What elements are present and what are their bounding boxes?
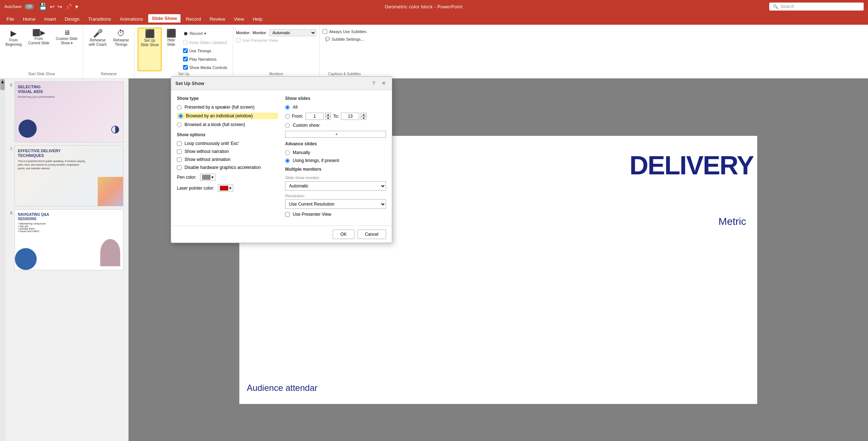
autosave-toggle[interactable]: Off — [25, 4, 34, 9]
radio-kiosk[interactable]: Browsed at a kiosk (full screen) — [177, 122, 278, 127]
disable-hardware-checkbox[interactable] — [177, 165, 182, 170]
ribbon: ▶ FromBeginning ⬛▶ FromCurrent Slide 🖥 C… — [0, 25, 868, 78]
radio-timings[interactable]: Using timings, if present — [285, 158, 386, 163]
menu-design[interactable]: Design — [61, 15, 83, 23]
menu-file[interactable]: File — [3, 15, 18, 23]
custom-show-dropdown[interactable]: ▾ — [285, 131, 386, 138]
radio-individual-input[interactable] — [178, 114, 183, 118]
from-beginning-label: FromBeginning — [5, 38, 21, 47]
record-button[interactable]: ⏺ Record ▾ — [181, 29, 230, 38]
show-media-controls-button[interactable]: Show Media Controls — [181, 64, 230, 71]
save-icon[interactable]: 💾 — [39, 3, 47, 11]
always-subtitles-checkbox[interactable] — [323, 29, 327, 34]
slide-item-6[interactable]: 6 SELECTINGVISUAL AIDS Enhancing your pr… — [7, 81, 127, 142]
rehearse-coach-button[interactable]: 🎤 Rehearsewith Coach — [86, 28, 109, 49]
slide-item-7[interactable]: 7 EFFECTIVE DELIVERYTECHNIQUES This is a… — [7, 145, 127, 206]
canvas-audience-text: Audience attendar — [247, 383, 317, 393]
no-narration-option[interactable]: Show without narration — [177, 149, 278, 154]
radio-kiosk-label: Browsed at a kiosk (full screen) — [184, 122, 245, 127]
show-media-controls-checkbox[interactable] — [183, 65, 188, 70]
radio-all[interactable]: All — [285, 105, 386, 110]
from-to-row: From: ▲ ▼ To: ▲ ▼ — [285, 113, 386, 120]
use-timings-checkbox[interactable] — [183, 48, 188, 53]
menu-slideshow[interactable]: Slide Show — [148, 14, 181, 24]
resolution-select[interactable]: Use Current Resolution — [285, 199, 386, 209]
presenter-view-dialog-checkbox[interactable] — [285, 212, 290, 217]
presenter-view-row-dialog[interactable]: Use Presenter View — [285, 212, 386, 217]
menu-record[interactable]: Record — [182, 15, 204, 23]
from-current-slide-button[interactable]: ⬛▶ FromCurrent Slide — [25, 28, 52, 47]
to-spin-down[interactable]: ▼ — [361, 116, 366, 120]
radio-custom-input[interactable] — [285, 123, 290, 128]
no-narration-checkbox[interactable] — [177, 149, 182, 154]
setup-label: Set UpSlide Show — [141, 39, 159, 47]
to-label: To: — [333, 114, 339, 119]
pen-color-swatch[interactable]: ▾ — [200, 174, 215, 181]
dropdown-icon[interactable]: ▾ — [75, 3, 78, 10]
redo-icon[interactable]: ↪ — [57, 3, 62, 10]
presenter-view-row: Use Presenter View — [236, 38, 317, 43]
hide-slide-button[interactable]: ⬛ HideSlide — [163, 28, 179, 71]
play-narrations-button[interactable]: Play Narrations — [181, 55, 230, 63]
slide-6-subtitle: Enhancing your presentation — [18, 95, 120, 98]
monitor-row: Monitor: Monitor: Automatic — [236, 29, 317, 36]
menu-bar: File Home Insert Design Transitions Anim… — [0, 13, 868, 25]
play-narrations-checkbox[interactable] — [183, 57, 188, 61]
keep-updated-button: Keep Slides Updated — [181, 39, 230, 46]
radio-all-input[interactable] — [285, 105, 290, 110]
laser-color-swatch[interactable]: ▾ — [218, 185, 233, 192]
radio-manually[interactable]: Manually — [285, 150, 386, 155]
no-animation-checkbox[interactable] — [177, 157, 182, 162]
slide-show-monitor-select[interactable]: Automatic — [285, 181, 386, 191]
radio-kiosk-input[interactable] — [177, 122, 182, 127]
from-number-input[interactable] — [305, 113, 324, 120]
custom-slide-show-button[interactable]: 🖥 Custom SlideShow ▾ — [53, 28, 80, 47]
from-spin-down[interactable]: ▼ — [325, 116, 331, 120]
no-animation-label: Show without animation — [184, 157, 231, 162]
to-number-input[interactable] — [341, 113, 359, 120]
menu-home[interactable]: Home — [19, 15, 39, 23]
slide-item-8[interactable]: 8 NAVIGATING Q&ASESSIONS • Maintaining c… — [7, 209, 127, 270]
presenter-view-checkbox[interactable] — [236, 38, 241, 43]
menu-transitions[interactable]: Transitions — [85, 15, 115, 23]
no-animation-option[interactable]: Show without animation — [177, 157, 278, 162]
menu-view[interactable]: View — [230, 15, 248, 23]
subtitle-settings-label: Subtitle Settings... — [332, 37, 364, 41]
rehearse-coach-icon: 🎤 — [93, 29, 103, 37]
use-timings-button[interactable]: Use Timings — [181, 47, 230, 54]
radio-presenter[interactable]: Presented by a speaker (full screen) — [177, 105, 278, 110]
disable-hardware-option[interactable]: Disable hardware graphics acceleration — [177, 165, 278, 170]
radio-custom-show[interactable]: Custom show: — [285, 123, 386, 128]
subtitle-settings-button[interactable]: 💬 Subtitle Settings... — [323, 35, 366, 43]
from-beginning-button[interactable]: ▶ FromBeginning — [3, 28, 24, 49]
radio-from-input[interactable] — [285, 114, 290, 119]
slide-panel: 6 SELECTINGVISUAL AIDS Enhancing your pr… — [5, 78, 129, 441]
rehearse-timings-button[interactable]: ⏱ RehearseTimings — [111, 28, 131, 49]
loop-option[interactable]: Loop continuously until 'Esc' — [177, 141, 278, 146]
ok-button[interactable]: OK — [333, 230, 354, 239]
radio-manually-input[interactable] — [285, 150, 290, 155]
slide-show-monitor-label: Slide show monitor: — [285, 175, 386, 180]
cancel-button[interactable]: Cancel — [357, 230, 386, 239]
dialog-close-button[interactable]: ✕ — [380, 80, 388, 87]
menu-review[interactable]: Review — [206, 15, 229, 23]
show-type-label: Show type — [177, 96, 278, 101]
pen-color-arrow: ▾ — [211, 175, 214, 180]
dialog-help-button[interactable]: ? — [370, 80, 377, 87]
menu-animations[interactable]: Animations — [116, 15, 147, 23]
setup-slideshow-button[interactable]: ⬛ Set UpSlide Show — [138, 28, 162, 71]
pin-icon[interactable]: 📌 — [65, 3, 72, 10]
radio-presenter-input[interactable] — [177, 105, 182, 110]
radio-individual[interactable]: Browsed by an individual (window) — [177, 113, 278, 119]
search-box[interactable]: 🔍 Search — [769, 3, 864, 11]
to-spin-up[interactable]: ▲ — [361, 113, 366, 116]
menu-help[interactable]: Help — [249, 15, 266, 23]
loop-checkbox[interactable] — [177, 141, 182, 146]
monitor-select[interactable]: Automatic — [269, 29, 316, 36]
record-icon: ⏺ — [183, 31, 188, 36]
from-spin-up[interactable]: ▲ — [325, 113, 331, 116]
scroll-up-btn[interactable]: ▲ — [0, 79, 5, 90]
undo-icon[interactable]: ↩ — [50, 3, 54, 10]
radio-timings-input[interactable] — [285, 158, 290, 163]
menu-insert[interactable]: Insert — [41, 15, 60, 23]
